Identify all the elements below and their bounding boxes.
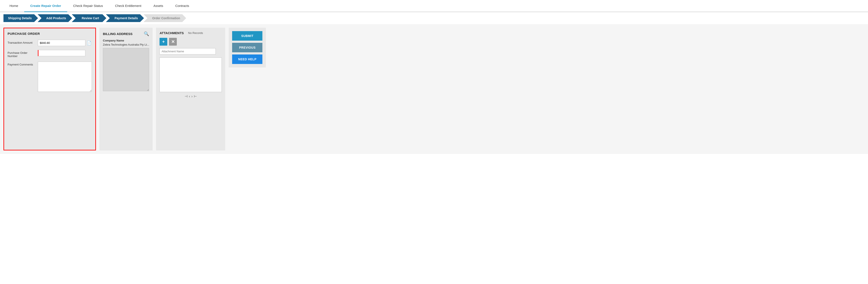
nav-check-repair-status[interactable]: Check Repair Status xyxy=(67,0,109,12)
nav-check-entitlement[interactable]: Check Entitlement xyxy=(109,0,147,12)
billing-section: BILLING ADDRESS 🔍 Company Name Zebra Tec… xyxy=(99,28,153,151)
purchase-order-section: PURCHASE ORDER Transaction Amount 📄 Purc… xyxy=(3,28,96,151)
top-nav: Home Create Repair Order Check Repair St… xyxy=(0,0,868,12)
billing-search-button[interactable]: 🔍 xyxy=(144,31,149,36)
billing-company-name-label: Company Name xyxy=(103,39,149,42)
main-content: PURCHASE ORDER Transaction Amount 📄 Purc… xyxy=(0,24,868,154)
need-help-button[interactable]: NEED HELP xyxy=(232,55,262,64)
add-attachment-button[interactable]: + xyxy=(159,38,167,45)
purchase-order-title: PURCHASE ORDER xyxy=(7,32,92,35)
payment-comments-label: Payment Comments xyxy=(7,62,36,66)
purchase-order-number-row: Purchase OrderNumber xyxy=(7,50,92,58)
no-records-label: No Records xyxy=(188,31,203,35)
payment-comments-row: Payment Comments xyxy=(7,62,92,92)
pagination-next[interactable]: › xyxy=(191,94,192,98)
right-buttons: SUBMIT PREVIOUS NEED HELP xyxy=(229,28,266,67)
attachment-pagination: ⊣ ‹ › ⊢ xyxy=(159,94,222,98)
payment-comments-wrap xyxy=(38,62,92,92)
nav-contracts[interactable]: Contracts xyxy=(169,0,195,12)
purchase-order-number-input[interactable] xyxy=(38,50,85,56)
payment-comments-textarea[interactable] xyxy=(38,62,92,92)
attachment-list-area xyxy=(159,58,222,92)
attachments-title: ATTACHMENTS xyxy=(159,31,184,35)
step-add-products[interactable]: Add Products xyxy=(38,14,72,22)
attach-buttons: + ✕ xyxy=(159,38,222,45)
purchase-order-number-wrap xyxy=(38,50,92,56)
nav-assets[interactable]: Assets xyxy=(147,0,169,12)
remove-attachment-button[interactable]: ✕ xyxy=(169,38,177,45)
attachments-section: ATTACHMENTS No Records + ✕ ⊣ ‹ › ⊢ xyxy=(156,28,225,151)
pagination-first[interactable]: ⊣ xyxy=(185,94,188,98)
steps-bar: Shipping Details Add Products Review Car… xyxy=(0,12,868,24)
billing-title: BILLING ADDRESS xyxy=(103,32,132,36)
purchase-order-number-label: Purchase OrderNumber xyxy=(7,50,36,58)
billing-company-value: Zebra Technologies Australia Pty Lt... xyxy=(103,43,149,46)
transaction-amount-label: Transaction Amount xyxy=(7,40,36,44)
attachment-name-input[interactable] xyxy=(159,48,216,55)
pagination-prev[interactable]: ‹ xyxy=(189,94,190,98)
nav-create-repair-order[interactable]: Create Repair Order xyxy=(24,0,67,12)
previous-button[interactable]: PREVIOUS xyxy=(232,43,262,52)
transaction-amount-row: Transaction Amount 📄 xyxy=(7,40,92,46)
pagination-last[interactable]: ⊢ xyxy=(194,94,197,98)
step-review-cart[interactable]: Review Cart xyxy=(72,14,106,22)
transaction-amount-wrap: 📄 xyxy=(38,40,92,46)
step-order-confirmation[interactable]: Order Confirmation xyxy=(144,14,186,22)
transaction-amount-input[interactable] xyxy=(38,40,85,46)
attachments-header: ATTACHMENTS No Records xyxy=(159,31,222,35)
billing-header: BILLING ADDRESS 🔍 xyxy=(103,31,149,36)
doc-icon: 📄 xyxy=(87,41,91,45)
billing-address-textarea[interactable] xyxy=(103,48,149,91)
step-payment-details[interactable]: Payment Details xyxy=(106,14,144,22)
submit-button[interactable]: SUBMIT xyxy=(232,31,262,41)
nav-home[interactable]: Home xyxy=(3,0,24,12)
step-shipping-details[interactable]: Shipping Details xyxy=(3,14,38,22)
